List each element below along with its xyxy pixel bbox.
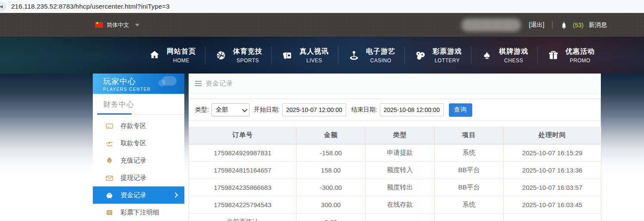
sports-ball-icon [215, 49, 227, 62]
chevron-right-icon [174, 192, 178, 199]
chevron-down-icon [242, 106, 247, 112]
sidebar-item-label: 取款专区 [120, 139, 146, 147]
table-row: 1759824929987831 -158.00 申请提款 系统 2025-10… [189, 144, 601, 161]
playing-cards-icon [281, 49, 294, 62]
col-header-order-no: 订单号 [189, 127, 297, 144]
cell-page-total-label: 当前页统计 [189, 213, 297, 221]
breadcrumb: 资金记录 [189, 74, 601, 94]
sidebar: 玩家中心 PLAYERS CENTER 财务中心 存款专区 取款专区 [93, 74, 184, 221]
spade-icon: ♠ [480, 49, 493, 62]
cell-empty [366, 213, 435, 221]
cell-amount: 300.00 [297, 196, 366, 213]
nav-item-lives[interactable]: 真人视讯 LIVES [272, 45, 338, 65]
logout-button[interactable]: [退出] [529, 21, 544, 29]
cell-amount: -300.00 [297, 179, 366, 196]
cell-amount: -158.00 [297, 144, 366, 161]
section-underline [97, 114, 183, 115]
browser-address-bar[interactable]: 216.118.235.52:8783/hhcp/usercenter.html… [0, 0, 644, 13]
url-text[interactable]: 216.118.235.52:8783/hhcp/usercenter.html… [11, 3, 170, 10]
cell-amount: 158.00 [297, 161, 366, 179]
nav-item-promo[interactable]: 优惠活动 PROMO [538, 45, 604, 65]
cell-time: 2025-10-07 16:03:45 [504, 196, 601, 213]
new-messages-link[interactable]: 新消息 [589, 21, 607, 29]
top-bar-right: [退出] (53) 新消息 [461, 19, 607, 32]
cell-time: 2025-10-07 16:15:29 [504, 144, 601, 161]
col-header-project: 项目 [435, 127, 504, 144]
withdraw-hand-icon [106, 140, 113, 147]
site-info-icon[interactable] [0, 2, 6, 11]
divider [552, 21, 552, 29]
cell-time: 2025-10-07 16:13:36 [504, 161, 601, 179]
cell-type: 申请提款 [366, 144, 435, 161]
cell-order-no: 1759824235866683 [189, 179, 297, 196]
nav-item-home[interactable]: 网站首页 HOME [139, 45, 205, 65]
end-date-label: 结束日期: [351, 106, 377, 114]
breadcrumb-label: 资金记录 [205, 80, 233, 88]
main-content: 资金记录 类型: 全部 开始日期: 结束日期: 查询 订单号 金额 类型 项目 [189, 74, 601, 221]
sidebar-item-withdraw-zone[interactable]: 取款专区 [93, 135, 184, 152]
table-header-row: 订单号 金额 类型 项目 处理时间 [189, 127, 601, 144]
col-header-type: 类型 [366, 127, 435, 144]
bell-icon[interactable] [560, 21, 568, 29]
type-select-value: 全部 [216, 106, 228, 114]
nav-item-chess[interactable]: ♠ 棋牌游戏 CHESS [471, 45, 537, 65]
nav-item-casino[interactable]: 电子游艺 CASINO [338, 45, 404, 65]
list-icon [106, 209, 113, 216]
main-navigation: 网站首页 HOME 体育竞技 SPORTS [0, 37, 644, 74]
money-bag-icon [106, 157, 113, 164]
table-row: 1759824235866683 -300.00 额度转出 BB平台 2025-… [189, 179, 601, 196]
table-footer-row: 当前页统计 0.00 [189, 213, 601, 221]
home-icon [148, 49, 161, 62]
cell-page-total-amount: 0.00 [297, 213, 366, 221]
cell-order-no: 1759824225794543 [189, 196, 297, 213]
message-count[interactable]: (53) [573, 22, 584, 29]
finance-section: 财务中心 [93, 94, 184, 115]
cell-project: 系统 [435, 196, 504, 213]
lottery-balls-icon [414, 49, 427, 62]
china-flag-icon: ★ [95, 22, 103, 28]
sidebar-item-label: 充值记录 [120, 157, 146, 165]
cell-project: BB平台 [435, 161, 504, 179]
cell-order-no: 1759824929987831 [189, 144, 297, 161]
piggy-bank-icon [106, 192, 113, 199]
sidebar-item-withdrawal-record[interactable]: 提现记录 [93, 169, 184, 186]
finance-section-title: 财务中心 [103, 99, 184, 109]
top-bar: ★ 简体中文 [退出] (53) 新消息 [0, 13, 644, 37]
sidebar-item-funds-record[interactable]: 资金记录 [93, 186, 184, 204]
joystick-icon [347, 49, 360, 62]
cell-project: 系统 [435, 144, 504, 161]
start-date-label: 开始日期: [254, 106, 280, 114]
sidebar-item-recharge-record[interactable]: 充值记录 [93, 152, 184, 169]
col-header-time: 处理时间 [504, 127, 601, 144]
sidebar-item-deposit-zone[interactable]: 存款专区 [93, 117, 184, 135]
cell-time: 2025-10-07 16:03:57 [504, 179, 601, 196]
sidebar-item-label: 资金记录 [120, 191, 146, 199]
funds-record-table: 订单号 金额 类型 项目 处理时间 1759824929987831 -158.… [189, 127, 601, 221]
sidebar-item-label: 提现记录 [120, 174, 146, 182]
end-date-input[interactable] [380, 103, 444, 116]
nav-item-sports[interactable]: 体育竞技 SPORTS [205, 45, 271, 65]
filter-panel: 类型: 全部 开始日期: 结束日期: 查询 [189, 99, 601, 121]
query-button[interactable]: 查询 [449, 103, 472, 117]
cell-project: BB平台 [435, 179, 504, 196]
type-select[interactable]: 全部 [212, 103, 249, 116]
sidebar-item-label: 彩票下注明细 [120, 208, 159, 217]
sidebar-item-lottery-bet-details[interactable]: 彩票下注明细 [93, 204, 184, 221]
cell-order-no: 1759824815164657 [189, 161, 297, 179]
gift-icon [547, 49, 560, 62]
table-row: 1759824815164657 158.00 额度转入 BB平台 2025-1… [189, 161, 601, 179]
cell-type: 额度转入 [366, 161, 435, 179]
col-header-amount: 金额 [297, 127, 366, 144]
cell-empty [435, 213, 504, 221]
start-date-input[interactable] [282, 103, 346, 116]
table-row: 1759824225794543 300.00 在线存款 系统 2025-10-… [189, 196, 601, 213]
page: 216.118.235.52:8783/hhcp/usercenter.html… [0, 0, 644, 221]
envelope-icon [106, 174, 113, 182]
menu-icon [195, 81, 202, 86]
players-center-header: 玩家中心 PLAYERS CENTER [93, 74, 184, 94]
gamepad-graphic [158, 80, 165, 86]
deposit-card-icon [106, 122, 113, 130]
language-selector[interactable]: ★ 简体中文 [95, 21, 139, 29]
nav-item-lottery[interactable]: 彩票游戏 LOTTERY [405, 45, 471, 65]
cell-empty [504, 213, 601, 221]
